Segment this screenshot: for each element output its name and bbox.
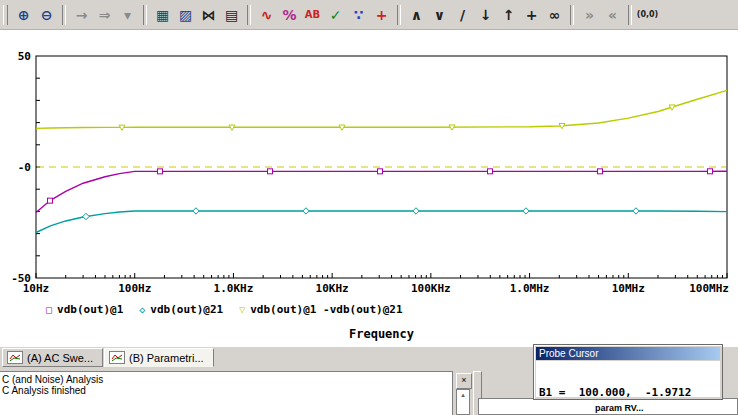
x-tick-label: 10MHz (612, 282, 645, 295)
trace-marker (303, 208, 309, 214)
trace-vdb-out-@1[interactable] (36, 171, 727, 212)
toolbar-group: →⇒▾ (70, 4, 139, 26)
trace-marker (378, 169, 383, 174)
legend-label: vdb(out)@21 (150, 303, 223, 316)
mark-data-points-icon[interactable]: ✓ (324, 4, 347, 26)
legend-item[interactable]: ▽ vdb(out)@1 -vdb(out)@21 (239, 303, 402, 316)
waveform-icon (7, 351, 23, 364)
toolbar-group: (0,0) (636, 4, 659, 26)
cursor-trough-icon[interactable]: ∨ (428, 4, 451, 26)
x-tick-label: 100Hz (118, 282, 151, 295)
cursor-slope-icon[interactable]: / (451, 4, 474, 26)
tab-ac-sweep[interactable]: (A) AC Swe... (2, 348, 103, 367)
close-icon[interactable]: × (456, 373, 472, 389)
trace-marker (413, 208, 419, 214)
scroll-up-icon[interactable]: ▴ (457, 390, 469, 399)
trace-vdb-out-@21[interactable] (36, 211, 727, 233)
add-plot-icon[interactable]: ▨ (174, 4, 197, 26)
chart-panel: 10Hz100Hz1.0KHz10KHz100KHz1.0MHz10MHz100… (0, 30, 738, 347)
legend-item[interactable]: ◇ vdb(out)@21 (139, 303, 223, 316)
legend-item[interactable]: □ vdb(out)@1 (46, 303, 123, 316)
toolbar-separator (397, 5, 401, 25)
simulation-output-panel: C (and Noise) Analysis C Analysis finish… (0, 371, 453, 415)
trace-marker (83, 213, 89, 219)
trace-marker (48, 198, 53, 203)
toolbar-group: ▦▨⋈▤ (151, 4, 243, 26)
probe-cursor-window: Probe Cursor B1 = 100.000, -1.9712 B2 = … (533, 344, 723, 400)
toolbar-separator (62, 5, 66, 25)
output-line: C (and Noise) Analysis (2, 374, 452, 385)
trace-marker (598, 169, 603, 174)
y-tick-label: -50 (11, 272, 31, 285)
history-dropdown-icon[interactable]: ▾ (116, 4, 139, 26)
text-label-icon[interactable]: AB (301, 4, 324, 26)
simulation-log-icon[interactable]: ▤ (220, 4, 243, 26)
toolbar-groups: ⊕⊖→⇒▾▦▨⋈▤∿%AB✓∵+∧∨/↓↑+∞»«(0,0) (12, 4, 659, 26)
plot-window-icon[interactable]: ▦ (151, 4, 174, 26)
tab-label: (A) AC Swe... (27, 352, 93, 364)
add-trace-icon[interactable]: ∿ (255, 4, 278, 26)
show-points-icon[interactable]: ∵ (347, 4, 370, 26)
tab-label: (B) Parametri... (129, 352, 204, 364)
x-tick-label: 1.0KHz (214, 282, 254, 295)
x-tick-label: 100KHz (411, 282, 451, 295)
prev-transition-icon[interactable]: « (601, 4, 624, 26)
scrollbar[interactable]: ▴ (456, 389, 470, 415)
toolbar-group: »« (578, 4, 624, 26)
unsync-axis-icon[interactable]: ⋈ (197, 4, 220, 26)
eval-measurement-icon[interactable]: % (278, 4, 301, 26)
toolbar-separator (570, 5, 574, 25)
forward-icon[interactable]: → (70, 4, 93, 26)
trace-legend: □ vdb(out)@1 ◇ vdb(out)@21 ▽ vdb(out)@1 … (46, 303, 403, 316)
probe-cursor-values: B1 = 100.000, -1.9712 B2 = 100.000, -19.… (536, 361, 720, 397)
trace-marker (268, 169, 273, 174)
toolbar-grip[interactable] (3, 5, 8, 25)
x-tick-label: 100MHz (689, 282, 729, 295)
tab-parametric[interactable]: (B) Parametri... (104, 348, 214, 367)
diamond-marker-icon: ◇ (139, 304, 145, 315)
y-tick-label: -0 (18, 161, 31, 174)
y-tick-label: 50 (18, 50, 31, 63)
probe-cursor-titlebar[interactable]: Probe Cursor (536, 347, 720, 360)
plot-svg[interactable]: 10Hz100Hz1.0KHz10KHz100KHz1.0MHz10MHz100… (0, 30, 738, 347)
toolbar-group: ⊕⊖ (12, 4, 58, 26)
toolbar: ⊕⊖→⇒▾▦▨⋈▤∿%AB✓∵+∧∨/↓↑+∞»«(0,0) (0, 0, 738, 30)
legend-label: vdb(out)@1 (57, 303, 123, 316)
toolbar-separator (247, 5, 251, 25)
cursor-point-icon[interactable]: + (520, 4, 543, 26)
trace-marker (708, 169, 713, 174)
waveform-icon (109, 351, 125, 364)
zoom-in-icon[interactable]: ⊕ (12, 4, 35, 26)
toolbar-group: ∧∨/↓↑+∞ (405, 4, 566, 26)
cursor-row-b1: B1 = 100.000, -1.9712 (539, 387, 720, 397)
cursor-max-icon[interactable]: ↑ (497, 4, 520, 26)
trace-marker (633, 208, 639, 214)
output-line: C Analysis finished (2, 385, 452, 396)
toolbar-separator (628, 5, 632, 25)
toggle-cursor-icon[interactable]: + (370, 4, 393, 26)
legend-label: vdb(out)@1 -vdb(out)@21 (250, 303, 402, 316)
square-marker-icon: □ (46, 304, 52, 315)
x-axis-title: Frequency (36, 327, 727, 341)
next-transition-icon[interactable]: » (578, 4, 601, 26)
background-fragment-text: param RV... (595, 403, 644, 413)
cursor-peak-icon[interactable]: ∧ (405, 4, 428, 26)
trace-marker (193, 208, 199, 214)
trace-marker (158, 169, 163, 174)
trace-vdb-out-@1-vdb-out-@21[interactable] (36, 90, 727, 128)
mark-point-icon[interactable]: (0,0) (636, 4, 659, 26)
trace-marker (488, 169, 493, 174)
toolbar-group: ∿%AB✓∵+ (255, 4, 393, 26)
triangle-marker-icon: ▽ (239, 304, 245, 315)
cursor-search-icon[interactable]: ∞ (543, 4, 566, 26)
zoom-out-icon[interactable]: ⊖ (35, 4, 58, 26)
x-tick-label: 10KHz (316, 282, 349, 295)
toolbar-separator (143, 5, 147, 25)
x-tick-label: 1.0MHz (510, 282, 550, 295)
forward-step-icon[interactable]: ⇒ (93, 4, 116, 26)
background-window-fragment: param RV... (478, 398, 738, 415)
cursor-min-icon[interactable]: ↓ (474, 4, 497, 26)
trace-marker (523, 208, 529, 214)
